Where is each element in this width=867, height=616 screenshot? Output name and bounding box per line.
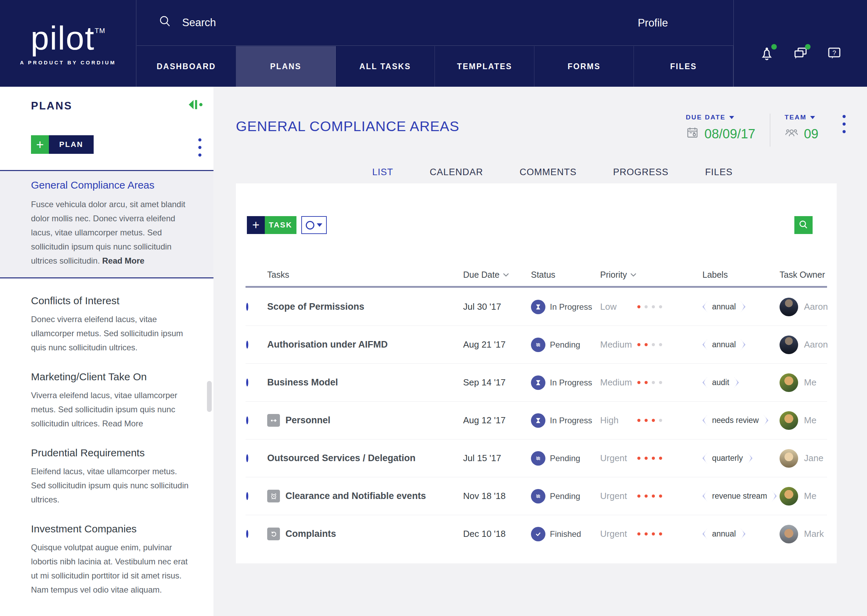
tab-comments[interactable]: COMMENTS [519, 167, 577, 184]
status-label: In Progress [550, 302, 592, 312]
task-checkbox[interactable] [246, 492, 248, 500]
due-date-control[interactable]: DUE DATE 08/09/17 [686, 113, 755, 142]
chevron-down-icon [729, 116, 734, 119]
task-row[interactable]: Clearance and Notifiable events Nov 18 '… [245, 477, 827, 515]
help-icon: ? [826, 57, 843, 63]
plan-description: Fusce vehicula dolor arcu, sit amet blan… [31, 197, 194, 268]
sidebar-more-menu[interactable] [198, 138, 201, 157]
task-name[interactable]: Clearance and Notifiable events [285, 491, 426, 501]
plan-more-menu[interactable] [843, 115, 846, 133]
task-name[interactable]: Scope of Permissions [267, 302, 364, 312]
plan-item-marketing[interactable]: Marketing/Client Take On Viverra eleifen… [0, 354, 214, 431]
view-tabs: LIST CALENDAR COMMENTS PROGRESS FILES [372, 167, 733, 184]
read-more-link[interactable]: Read More [102, 419, 143, 428]
plan-item-conflicts[interactable]: Conflicts of Interest Donec viverra elei… [0, 278, 214, 354]
label-tag[interactable]: annual [702, 302, 746, 312]
help-button[interactable]: ? [826, 45, 843, 61]
task-checkbox[interactable] [246, 454, 248, 462]
priority-dots [637, 457, 662, 460]
bell-icon [758, 57, 775, 63]
due-date: Sep 14 '17 [463, 377, 531, 388]
in-progress-icon [531, 376, 545, 390]
search-icon [798, 219, 809, 231]
label-tag[interactable]: revenue stream [702, 491, 777, 501]
global-search[interactable]: Search [158, 14, 216, 31]
tab-calendar[interactable]: CALENDAR [430, 167, 483, 184]
status-circle-icon [306, 221, 315, 229]
tab-files[interactable]: FILES [705, 167, 733, 184]
status-filter-dropdown[interactable] [301, 216, 327, 234]
messages-button[interactable] [792, 45, 809, 61]
add-plan-button[interactable]: + PLAN [31, 135, 94, 154]
task-name[interactable]: Outsourced Services / Delegation [267, 453, 415, 464]
col-priority[interactable]: Priority [600, 270, 702, 280]
task-row[interactable]: Scope of Permissions Jul 30 '17 In Progr… [245, 288, 827, 325]
nav-tab-plans[interactable]: PLANS [236, 46, 336, 87]
task-row[interactable]: Outsourced Services / Delegation Jul 15 … [245, 439, 827, 477]
svg-text:?: ? [832, 49, 836, 57]
task-checkbox[interactable] [246, 530, 248, 538]
pending-icon [531, 451, 545, 466]
task-name[interactable]: Business Model [267, 377, 338, 388]
task-checkbox[interactable] [246, 379, 248, 387]
collapse-icon [188, 106, 203, 112]
task-name[interactable]: Authorisation under AIFMD [267, 339, 388, 350]
task-search-button[interactable] [795, 216, 813, 234]
avatar[interactable] [780, 487, 798, 506]
avatar[interactable] [780, 525, 798, 544]
avatar[interactable] [780, 411, 798, 430]
owner-name: Me [804, 491, 817, 501]
team-control[interactable]: TEAM 09 [785, 113, 818, 142]
collapse-sidebar-button[interactable] [188, 98, 203, 112]
col-due-date[interactable]: Due Date [463, 270, 531, 280]
label-tag[interactable]: annual [702, 529, 746, 539]
nav-tab-all-tasks[interactable]: ALL TASKS [336, 46, 435, 87]
label-tag[interactable]: needs review [702, 415, 768, 426]
task-row[interactable]: Authorisation under AIFMD Aug 21 '17 Pen… [245, 325, 827, 363]
read-more-link[interactable]: Read More [102, 256, 145, 265]
label-tag[interactable]: audit [702, 377, 739, 388]
col-tasks: Tasks [267, 270, 463, 280]
task-checkbox[interactable] [246, 341, 248, 349]
avatar[interactable] [780, 449, 798, 468]
finished-icon [531, 527, 545, 541]
task-checkbox[interactable] [246, 303, 248, 311]
plan-title: General Compliance Areas [31, 179, 194, 191]
priority-label: Urgent [600, 453, 637, 464]
sort-chevron-icon [503, 273, 509, 277]
pending-icon [531, 489, 545, 503]
tab-list[interactable]: LIST [372, 167, 393, 184]
task-name[interactable]: Personnel [285, 415, 330, 426]
task-name[interactable]: Complaints [285, 529, 336, 539]
avatar[interactable] [780, 373, 798, 392]
brand-logo[interactable]: pilotTM A PRODUCT BY CORDIUM [0, 0, 136, 87]
priority-dots [637, 419, 662, 422]
owner-name: Aaron [804, 302, 828, 312]
add-task-button[interactable]: + TASK [247, 216, 296, 234]
nav-tab-dashboard[interactable]: DASHBOARD [137, 46, 236, 87]
task-row[interactable]: Complaints Dec 10 '18 Finished Urgent an… [245, 515, 827, 553]
plan-item-investment[interactable]: Investment Companies Quisque volutpat au… [0, 506, 214, 597]
sidebar-scrollbar[interactable] [207, 381, 212, 412]
add-task-label: TASK [265, 216, 296, 234]
label-tag[interactable]: annual [702, 339, 746, 350]
notifications-button[interactable] [758, 45, 775, 61]
in-progress-icon [531, 300, 545, 314]
task-checkbox[interactable] [246, 416, 248, 424]
nav-tab-files[interactable]: FILES [634, 46, 733, 87]
task-row[interactable]: Business Model Sep 14 '17 In Progress Me… [245, 363, 827, 401]
label-tag[interactable]: quarterly [702, 453, 752, 464]
avatar[interactable] [780, 298, 798, 316]
plan-item-general-compliance[interactable]: General Compliance Areas Fusce vehicula … [0, 170, 214, 278]
nav-tab-forms[interactable]: FORMS [534, 46, 634, 87]
logo-tagline: A PRODUCT BY CORDIUM [20, 60, 116, 65]
chevron-down-icon [810, 116, 815, 119]
tab-progress[interactable]: PROGRESS [613, 167, 669, 184]
nav-tab-templates[interactable]: TEMPLATES [435, 46, 534, 87]
profile-menu[interactable]: Profile [638, 0, 668, 46]
task-row[interactable]: Personnel Aug 12 '17 In Progress High ne… [245, 401, 827, 439]
owner-name: Me [804, 415, 817, 426]
avatar[interactable] [780, 336, 798, 354]
status-label: In Progress [550, 416, 592, 425]
plan-item-prudential[interactable]: Prudential Requirements Eleifend lacus, … [0, 431, 214, 506]
